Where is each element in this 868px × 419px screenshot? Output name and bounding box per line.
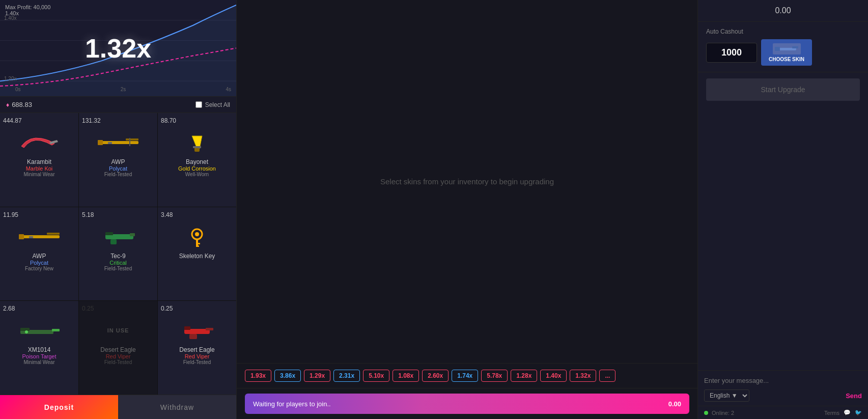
in-use-badge: IN USE: [107, 327, 129, 333]
svg-rect-4: [98, 141, 138, 144]
upgrade-placeholder: Select skins from your inventory to begi…: [380, 177, 554, 186]
item-image: [172, 316, 222, 344]
item-skin: Critical: [109, 260, 127, 266]
svg-rect-33: [792, 46, 798, 48]
item-name: Desert Eagle: [100, 346, 135, 353]
item-name: XM1014: [28, 346, 51, 353]
item-skin: Gold Corrosion: [178, 165, 216, 172]
svg-point-27: [25, 330, 28, 333]
list-item[interactable]: 0.25 IN USE Desert Eagle Red Viper Field…: [79, 301, 157, 395]
chat-controls: English ▼ Send: [704, 389, 862, 402]
choose-skin-preview: [773, 43, 801, 54]
item-name: AWP: [111, 158, 125, 165]
svg-rect-23: [196, 245, 199, 247]
auto-cashout-label: Auto Cashout: [706, 28, 860, 35]
online-dot: [704, 411, 708, 415]
inventory-grid: 444.87 Karambit Marble Koi Minimal Wear …: [0, 113, 236, 395]
item-condition: Factory New: [25, 266, 53, 271]
svg-rect-17: [130, 233, 135, 236]
online-status: Online: 2: [704, 410, 734, 416]
mult-tag[interactable]: 1.93x: [245, 370, 271, 382]
item-name: Karambit: [27, 158, 51, 165]
item-skin: Polycat: [109, 165, 127, 172]
list-item[interactable]: 0.25 Desert Eagle Red Viper Field-Tested: [158, 301, 236, 395]
mult-tag[interactable]: ...: [599, 370, 615, 382]
mult-tag[interactable]: 1.28x: [511, 370, 537, 382]
send-button[interactable]: Send: [846, 392, 862, 400]
mult-tag[interactable]: 3.86x: [274, 370, 301, 382]
item-price: 11.95: [3, 211, 18, 218]
mult-tag[interactable]: 1.40x: [540, 370, 567, 382]
list-item[interactable]: 88.70 Bayonet Gold Corrosion Well-Worn: [158, 113, 236, 207]
item-price: 0.25: [161, 305, 173, 312]
online-count: Online: 2: [712, 410, 734, 416]
item-condition: Minimal Wear: [24, 172, 55, 177]
item-price: 0.25: [82, 305, 94, 312]
svg-rect-6: [98, 140, 103, 145]
start-upgrade-button[interactable]: Start Upgrade: [706, 78, 860, 101]
chat-footer: Online: 2 Terms 💬 🐦: [698, 406, 868, 419]
item-price: 5.18: [82, 211, 94, 218]
chat-icon[interactable]: 💬: [844, 409, 851, 416]
mult-tag[interactable]: 1.29x: [304, 370, 330, 382]
mult-tag[interactable]: 2.31x: [333, 370, 360, 382]
choose-skin-button[interactable]: CHOOSE SKIN: [761, 39, 812, 66]
graph-area: Max Profit: 40,000 1.40x 1.32x 1.40x 1.2…: [0, 0, 236, 97]
mult-tag[interactable]: 1.74x: [452, 370, 478, 382]
item-image: [172, 222, 222, 250]
item-price: 131.32: [82, 117, 101, 124]
auto-cashout-input[interactable]: [706, 43, 757, 63]
mult-tag[interactable]: 5.10x: [363, 370, 389, 382]
item-price: 2.68: [3, 305, 15, 312]
item-condition: Field-Tested: [104, 172, 132, 177]
select-all-checkbox[interactable]: [195, 101, 202, 108]
item-skin: Red Viper: [106, 353, 131, 359]
svg-rect-30: [206, 328, 213, 330]
mult-tag[interactable]: 1.32x: [570, 370, 596, 382]
left-panel: Max Profit: 40,000 1.40x 1.32x 1.40x 1.2…: [0, 0, 237, 419]
svg-rect-18: [105, 232, 113, 235]
select-all-label[interactable]: Select All: [195, 101, 230, 108]
mult-tag[interactable]: 1.08x: [393, 370, 419, 382]
mult-tag[interactable]: 2.60x: [422, 370, 449, 382]
list-item[interactable]: 11.95 AWP Polycat Factory New: [0, 207, 78, 301]
item-name: Desert Eagle: [179, 346, 214, 353]
inventory-value: ♦ 688.83: [6, 101, 32, 108]
item-skin: Marble Koi: [26, 165, 53, 172]
item-condition: Field-Tested: [183, 359, 211, 365]
deposit-button[interactable]: Deposit: [0, 395, 118, 419]
item-price: 3.48: [161, 211, 173, 218]
twitter-icon[interactable]: 🐦: [855, 409, 862, 416]
list-item[interactable]: 2.68 XM1014 Poison Target Minimal Wear: [0, 301, 78, 395]
graph-info: Max Profit: 40,000 1.40x: [5, 4, 50, 16]
item-name: Tec-9: [110, 253, 125, 260]
item-name: Skeleton Key: [179, 253, 215, 260]
bottom-buttons: Deposit Withdraw: [0, 395, 236, 419]
auto-cashout-section: Auto Cashout CHOOSE SKIN: [698, 22, 868, 72]
mult-tag[interactable]: 5.78x: [481, 370, 508, 382]
svg-rect-22: [196, 243, 200, 244]
svg-point-20: [195, 232, 199, 236]
item-condition: Field-Tested: [104, 266, 132, 271]
language-select[interactable]: English ▼: [704, 389, 749, 402]
svg-rect-34: [775, 47, 780, 51]
svg-rect-13: [19, 234, 24, 239]
terms-link[interactable]: Terms: [824, 410, 839, 416]
choose-skin-label: CHOOSE SKIN: [769, 57, 804, 62]
list-item[interactable]: 444.87 Karambit Marble Koi Minimal Wear: [0, 113, 78, 207]
upgrade-area: Select skins from your inventory to begi…: [237, 0, 697, 363]
svg-rect-29: [189, 334, 197, 339]
svg-rect-10: [193, 146, 201, 148]
item-condition: Well-Worn: [185, 172, 209, 177]
svg-rect-12: [47, 233, 60, 235]
item-image: [14, 316, 65, 344]
list-item[interactable]: 5.18 Tec-9 Critical Field-Tested: [79, 207, 157, 301]
withdraw-button[interactable]: Withdraw: [118, 395, 236, 419]
list-item[interactable]: 131.32 AWP Polycat Field-Tested: [79, 113, 157, 207]
middle-panel: Select skins from your inventory to begi…: [237, 0, 697, 419]
chat-input[interactable]: [704, 375, 862, 386]
svg-rect-9: [194, 148, 200, 152]
list-item[interactable]: 3.48 Skeleton Key: [158, 207, 236, 301]
auto-cashout-row: CHOOSE SKIN: [706, 39, 860, 66]
item-skin: Poison Target: [22, 353, 56, 359]
